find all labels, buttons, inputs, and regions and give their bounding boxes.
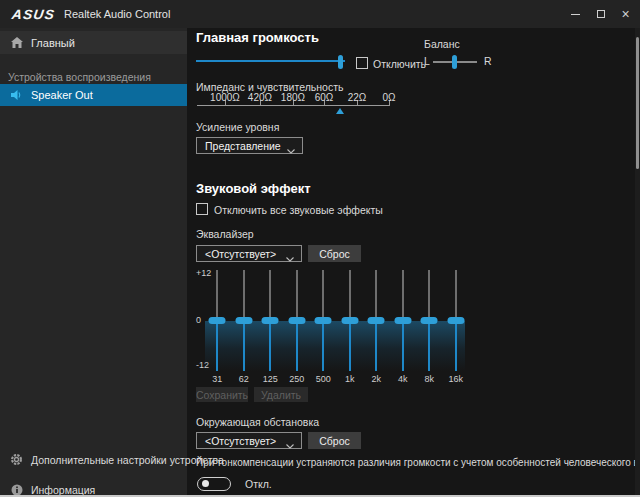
impedance-scale: 1000Ω 420Ω 180Ω 60Ω 22Ω 0Ω bbox=[197, 105, 390, 106]
app-window: ASUS Realtek Audio Control × Главный Уст… bbox=[0, 0, 640, 497]
home-icon bbox=[10, 37, 23, 48]
impedance-scale-label: 0Ω bbox=[383, 92, 396, 103]
balance-right-label: R bbox=[484, 55, 492, 67]
sidebar-item-home[interactable]: Главный bbox=[0, 31, 187, 54]
eq-band-handle[interactable] bbox=[368, 317, 385, 324]
eq-band-freq-label: 8k bbox=[416, 374, 443, 384]
chevron-down-icon bbox=[286, 252, 294, 264]
impedance-scale-label: 420Ω bbox=[248, 92, 272, 103]
eq-band-handle[interactable] bbox=[421, 317, 438, 324]
equalizer-bands: 31 62 125 250 500 1k 2k 4k 8k 16k bbox=[204, 270, 469, 384]
sidebar-item-information-label: Информация bbox=[31, 484, 95, 496]
sidebar-item-advanced-settings-label: Дополнительные настройки устройства bbox=[31, 454, 224, 466]
window-controls: × bbox=[563, 0, 638, 28]
disable-all-effects-label: Отключить все звуковые эффекты bbox=[214, 204, 383, 216]
gain-boost-select[interactable]: Представление bbox=[196, 137, 303, 154]
equalizer-save-button[interactable]: Сохранить bbox=[196, 387, 248, 402]
eq-band-1k: 1k bbox=[337, 270, 364, 384]
gear-icon bbox=[10, 453, 23, 466]
app-title: Realtek Audio Control bbox=[64, 8, 170, 20]
mute-checkbox-label: Отключить bbox=[373, 58, 426, 70]
sound-effects-heading: Звуковой эффект bbox=[196, 181, 311, 196]
loudness-toggle[interactable] bbox=[197, 477, 231, 491]
info-icon bbox=[10, 484, 23, 496]
asus-logo: ASUS bbox=[11, 6, 56, 21]
eq-band-freq-label: 500 bbox=[310, 374, 337, 384]
environment-preset-select[interactable]: <Отсутствует> bbox=[196, 432, 302, 449]
mute-checkbox[interactable] bbox=[356, 57, 368, 69]
impedance-marker-triangle[interactable] bbox=[336, 108, 344, 114]
impedance-scale-label: 1000Ω bbox=[210, 92, 240, 103]
sidebar-item-speaker-out-label: Speaker Out bbox=[31, 89, 93, 101]
sidebar-item-home-label: Главный bbox=[31, 37, 75, 49]
eq-band-freq-label: 125 bbox=[257, 374, 284, 384]
equalizer-reset-button[interactable]: Сброс bbox=[308, 245, 361, 262]
playback-devices-section-label: Устройства воспроизведения bbox=[8, 71, 151, 83]
eq-band-handle[interactable] bbox=[288, 317, 305, 324]
maximize-button[interactable] bbox=[588, 0, 613, 28]
eq-band-handle[interactable] bbox=[209, 317, 226, 324]
eq-band-500: 500 bbox=[310, 270, 337, 384]
balance-label: Баланс bbox=[424, 38, 460, 50]
close-button[interactable]: × bbox=[613, 0, 638, 28]
eq-band-freq-label: 16k bbox=[443, 374, 470, 384]
eq-band-freq-label: 1k bbox=[337, 374, 364, 384]
titlebar: ASUS Realtek Audio Control × bbox=[0, 0, 640, 28]
toggle-knob bbox=[202, 480, 209, 487]
minimize-icon bbox=[571, 14, 580, 15]
disable-all-effects-checkbox[interactable] bbox=[196, 203, 208, 215]
sidebar-item-advanced-settings[interactable]: Дополнительные настройки устройства bbox=[0, 448, 187, 471]
sidebar-item-speaker-out[interactable]: Speaker Out bbox=[0, 84, 187, 106]
impedance-scale-label: 22Ω bbox=[348, 92, 367, 103]
impedance-scale-label: 60Ω bbox=[315, 92, 334, 103]
chevron-down-icon bbox=[286, 439, 294, 451]
loudness-state-label: Откл. bbox=[245, 478, 272, 490]
eq-band-125: 125 bbox=[257, 270, 284, 384]
eq-band-2k: 2k bbox=[363, 270, 390, 384]
loudness-description: При тонкомпенсации устраняются различия … bbox=[196, 457, 640, 468]
gain-boost-label: Усиление уровня bbox=[196, 121, 279, 133]
eq-band-freq-label: 4k bbox=[390, 374, 417, 384]
eq-band-handle[interactable] bbox=[315, 317, 332, 324]
eq-band-freq-label: 31 bbox=[204, 374, 231, 384]
eq-band-31: 31 bbox=[204, 270, 231, 384]
minimize-button[interactable] bbox=[563, 0, 588, 28]
equalizer-selected-preset: <Отсутствует> bbox=[205, 248, 276, 260]
scrollbar-thumb[interactable] bbox=[636, 37, 639, 169]
eq-band-4k: 4k bbox=[390, 270, 417, 384]
eq-band-handle[interactable] bbox=[394, 317, 411, 324]
volume-slider-handle[interactable] bbox=[338, 55, 343, 69]
eq-band-handle[interactable] bbox=[341, 317, 358, 324]
equalizer-label: Эквалайзер bbox=[196, 228, 254, 240]
equalizer-delete-button[interactable]: Удалить bbox=[254, 387, 308, 402]
environment-label: Окружающая обстановка bbox=[196, 416, 319, 428]
eq-band-handle[interactable] bbox=[235, 317, 252, 324]
eq-band-freq-label: 2k bbox=[363, 374, 390, 384]
main-volume-heading: Главная громкость bbox=[196, 30, 319, 45]
balance-slider-handle[interactable] bbox=[452, 55, 457, 69]
chevron-down-icon bbox=[287, 144, 295, 156]
eq-band-handle[interactable] bbox=[262, 317, 279, 324]
volume-slider-track[interactable] bbox=[196, 60, 345, 62]
sidebar: Главный Устройства воспроизведения Speak… bbox=[0, 28, 187, 497]
equalizer-preset-select[interactable]: <Отсутствует> bbox=[196, 245, 302, 262]
eq-band-freq-label: 250 bbox=[284, 374, 311, 384]
close-icon: × bbox=[621, 7, 629, 21]
eq-axis-mid-label: 0 bbox=[196, 315, 201, 325]
eq-band-16k: 16k bbox=[443, 270, 470, 384]
eq-band-250: 250 bbox=[284, 270, 311, 384]
balance-left-label: L bbox=[424, 55, 430, 67]
maximize-icon bbox=[597, 10, 605, 18]
speaker-icon bbox=[10, 89, 23, 101]
gain-boost-selected-value: Представление bbox=[205, 140, 281, 152]
eq-band-8k: 8k bbox=[416, 270, 443, 384]
eq-band-freq-label: 62 bbox=[231, 374, 258, 384]
sidebar-item-information[interactable]: Информация bbox=[0, 478, 187, 497]
eq-band-handle[interactable] bbox=[447, 317, 464, 324]
environment-selected-preset: <Отсутствует> bbox=[205, 435, 276, 447]
environment-reset-button[interactable]: Сброс bbox=[308, 432, 361, 449]
impedance-scale-label: 180Ω bbox=[281, 92, 305, 103]
eq-band-62: 62 bbox=[231, 270, 258, 384]
